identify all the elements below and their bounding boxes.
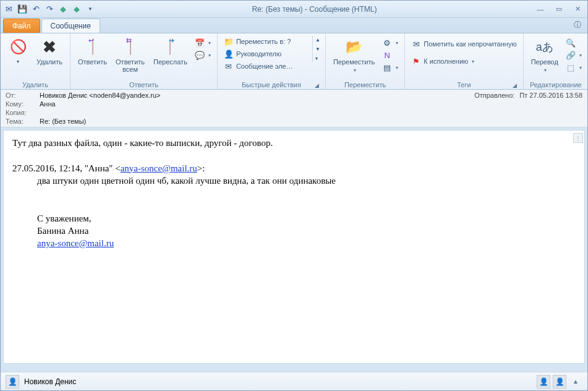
maximize-button[interactable]: ▭: [552, 4, 566, 15]
flag-icon: ⚑: [411, 56, 421, 66]
junk-button[interactable]: 🚫 ▾: [4, 36, 32, 67]
window-title: Re: (Без темы) - Сообщение (HTML): [96, 5, 533, 14]
meeting-button[interactable]: 📅▾: [192, 37, 213, 48]
ribbon: 🚫 ▾ ✖ Удалить Удалить ↩ Ответить ⇇ Ответ…: [1, 33, 587, 90]
translate-icon: aあ: [535, 37, 555, 57]
group-delete-label: Удалить: [4, 80, 66, 89]
meeting-icon: 📅: [195, 38, 205, 48]
message-body[interactable]: Тут два разных файла, один - какие-то вы…: [4, 131, 584, 363]
quick-up-button[interactable]: ▲: [314, 36, 322, 44]
delete-icon: ✖: [40, 37, 59, 57]
group-editing: aあ Перевод▾ 🔍 🔗▾ ⬚▾ Редактирование: [524, 33, 588, 89]
select-button[interactable]: ⬚▾: [563, 62, 584, 73]
quick-move-button[interactable]: 📁Переместить в: ?: [221, 36, 311, 47]
ribbon-tabs: Файл Сообщение ⓘ: [1, 18, 587, 33]
mark-unread-button[interactable]: ✉Пометить как непрочитанную: [409, 38, 519, 49]
message-area: ⋮ Тут два разных файла, один - какие-то …: [3, 130, 585, 364]
group-tags: ✉Пометить как непрочитанную ⚑К исполнени…: [405, 33, 523, 89]
forward-button[interactable]: ➔ Переслать: [150, 36, 191, 67]
quick-more-button[interactable]: ▾: [314, 54, 322, 62]
avatar-small[interactable]: 👤: [537, 375, 550, 389]
folder-move-icon: 📁: [224, 37, 234, 46]
quote-email-link[interactable]: anya-sonce@mail.ru: [121, 163, 197, 173]
people-pane: 👤 Новиков Денис 👤 👤 ▲: [1, 372, 587, 390]
to-label: Кому:: [6, 100, 40, 108]
from-label: От:: [6, 92, 40, 99]
team-email-icon: ✉: [224, 61, 234, 71]
actions-icon: ▤: [382, 62, 392, 72]
rules-button[interactable]: ⚙▾: [380, 37, 401, 48]
quick-access-toolbar: ✉ 💾 ↶ ↷ ◆ ◆ ▼: [3, 4, 96, 15]
ribbon-help-icon[interactable]: ⓘ: [568, 17, 587, 33]
close-button[interactable]: ✕: [570, 4, 585, 15]
translate-button[interactable]: aあ Перевод▾: [527, 36, 562, 75]
tab-message[interactable]: Сообщение: [41, 19, 100, 33]
quick-dialog-launcher[interactable]: ◢: [314, 82, 320, 88]
prev-item-icon[interactable]: ◆: [58, 4, 69, 15]
related-button[interactable]: 🔗▾: [563, 49, 584, 61]
delete-button[interactable]: ✖ Удалить: [33, 36, 66, 67]
group-tags-label: Теги◢: [409, 80, 519, 89]
subject-value: Re: (Без темы): [40, 118, 582, 125]
rules-icon: ⚙: [382, 38, 392, 48]
sent-value: Пт 27.05.2016 13:58: [519, 92, 582, 99]
undo-icon[interactable]: ↶: [30, 4, 41, 15]
find-button[interactable]: 🔍: [563, 37, 584, 48]
app-icon: ✉: [3, 4, 14, 15]
move-button[interactable]: 📂 Переместить▾: [330, 36, 378, 75]
cc-label: Копия:: [6, 109, 40, 116]
select-icon: ⬚: [566, 62, 576, 72]
people-pane-toggle[interactable]: ▲: [569, 378, 582, 385]
manager-icon: 👤: [224, 49, 234, 59]
body-line: Тут два разных файла, один - какие-то вы…: [12, 137, 576, 149]
unread-icon: ✉: [411, 39, 421, 49]
body-options-icon[interactable]: ⋮: [573, 133, 583, 143]
reply-all-button[interactable]: ⇇ Ответить всем: [112, 36, 148, 74]
forward-icon: ➔: [160, 37, 180, 57]
group-move: 📂 Переместить▾ ⚙▾ N ▤▾ Переместить: [326, 33, 405, 89]
qat-dropdown-icon[interactable]: ▼: [85, 4, 96, 15]
message-header: От: Новиков Денис <noden84@yandex.ru> От…: [1, 90, 587, 127]
avatar-small[interactable]: 👤: [553, 375, 566, 389]
redo-icon[interactable]: ↷: [44, 4, 55, 15]
cc-value: [40, 109, 582, 116]
quick-down-button[interactable]: ▼: [314, 45, 322, 53]
people-name: Новиков Денис: [24, 377, 76, 386]
to-value: Анна: [40, 100, 582, 108]
group-respond-label: Ответить: [74, 80, 213, 89]
group-respond: ↩ Ответить ⇇ Ответить всем ➔ Переслать 📅…: [70, 33, 218, 89]
onenote-button[interactable]: N: [380, 49, 401, 61]
actions-button[interactable]: ▤▾: [380, 62, 401, 73]
signature-email-link[interactable]: anya-sonce@mail.ru: [37, 238, 114, 248]
im-icon: 💬: [195, 50, 205, 60]
from-value: Новиков Денис <noden84@yandex.ru>: [40, 92, 474, 99]
followup-button[interactable]: ⚑К исполнению▾: [409, 56, 519, 67]
junk-icon: 🚫: [8, 37, 28, 57]
group-editing-label: Редактирование: [527, 80, 584, 89]
subject-label: Тема:: [6, 118, 40, 125]
onenote-icon: N: [382, 50, 392, 60]
window-controls: — ▭ ✕: [533, 4, 585, 15]
group-move-label: Переместить: [330, 80, 401, 89]
quick-manager-button[interactable]: 👤Руководителю: [221, 48, 311, 59]
avatar[interactable]: 👤: [6, 375, 19, 389]
group-quick-steps: 📁Переместить в: ? 👤Руководителю ✉Сообщен…: [218, 33, 326, 89]
reply-icon: ↩: [83, 37, 103, 57]
quote-header: 27.05.2016, 12:14, "Анна" <anya-sonce@ma…: [12, 162, 576, 174]
quoted-line: два штуки один цветной один чб, какой лу…: [37, 174, 576, 187]
more-respond-button[interactable]: 💬▾: [192, 49, 213, 61]
find-icon: 🔍: [566, 38, 576, 48]
group-quick-label: Быстрые действия◢: [221, 80, 322, 89]
next-item-icon[interactable]: ◆: [71, 4, 82, 15]
reply-button[interactable]: ↩ Ответить: [74, 36, 111, 67]
quick-team-email-button[interactable]: ✉Сообщение эле…: [221, 61, 311, 72]
signature-line: С уважением,: [37, 212, 576, 225]
reply-all-icon: ⇇: [121, 37, 140, 57]
sent-label: Отправлено:: [474, 92, 514, 99]
tags-dialog-launcher[interactable]: ◢: [512, 82, 518, 88]
minimize-button[interactable]: —: [533, 4, 548, 15]
group-delete: 🚫 ▾ ✖ Удалить Удалить: [1, 33, 70, 89]
save-icon[interactable]: 💾: [17, 4, 28, 15]
title-bar: ✉ 💾 ↶ ↷ ◆ ◆ ▼ Re: (Без темы) - Сообщение…: [1, 1, 587, 18]
tab-file[interactable]: Файл: [3, 19, 40, 33]
